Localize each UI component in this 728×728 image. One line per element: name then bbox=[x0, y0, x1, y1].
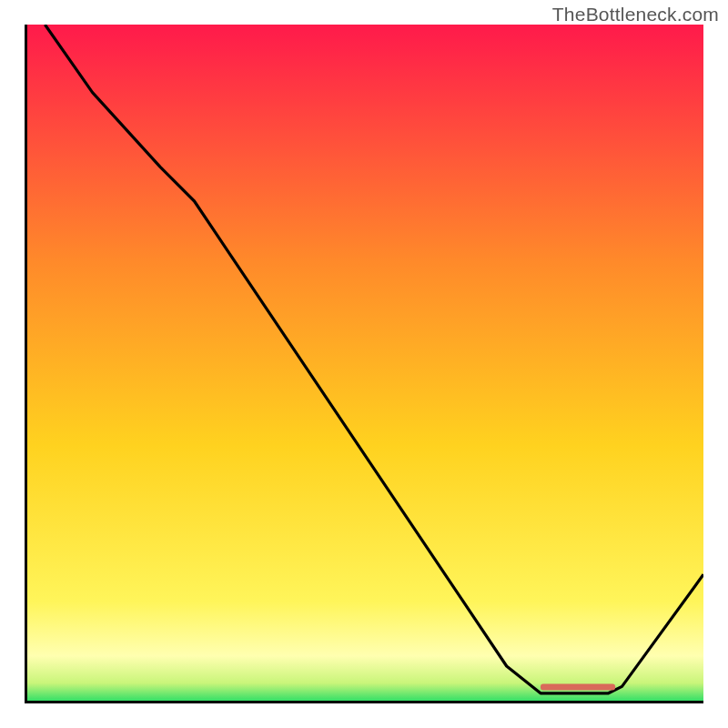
plot-area bbox=[25, 25, 703, 703]
gradient-background bbox=[25, 25, 703, 703]
chart-container: TheBottleneck.com bbox=[0, 0, 728, 728]
watermark-text: TheBottleneck.com bbox=[552, 4, 719, 25]
chart-svg bbox=[25, 25, 703, 703]
optimal-range-marker bbox=[541, 683, 615, 690]
